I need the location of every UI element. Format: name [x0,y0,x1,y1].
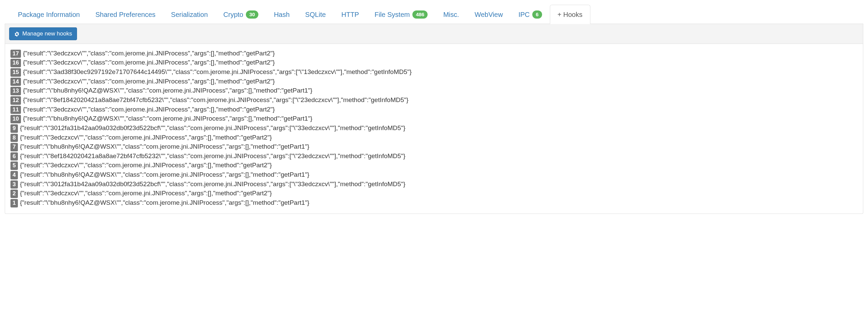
log-row-text: {"result":"\"8ef1842020421a8a8ae72bf47cf… [23,95,408,105]
log-row-text: {"result":"\"3edczxcv\"","class":"com.je… [23,49,275,58]
log-row-text: {"result":"\"bhu8nhy6!QAZ@WSX\"","class"… [20,170,309,179]
log-row: 15{"result":"\"3ad38f30ec9297192e7170764… [10,67,858,77]
tab-label: File System [375,10,410,19]
log-row-number: 6 [10,152,18,161]
log-row-text: {"result":"\"bhu8nhy6!QAZ@WSX\"","class"… [20,198,309,207]
log-row-number: 15 [10,68,21,77]
page-root: Package InformationShared PreferencesSer… [0,0,868,222]
log-row-number: 4 [10,171,18,179]
log-row-text: {"result":"\"3012fa31b42aa09a032db0f23d5… [20,123,405,133]
log-row-text: {"result":"\"8ef1842020421a8a8ae72bf47cf… [20,151,405,161]
log-row: 14{"result":"\"3edczxcv\"","class":"com.… [10,77,858,86]
log-row-number: 3 [10,180,18,189]
manage-hooks-label: Manage new hooks [22,30,72,38]
log-row-number: 16 [10,59,21,67]
log-row-number: 9 [10,124,18,133]
log-row: 9{"result":"\"3012fa31b42aa09a032db0f23d… [10,123,858,133]
tab-label: WebView [475,10,503,19]
log-row-text: {"result":"\"3edczxcv\"","class":"com.je… [23,105,275,114]
log-row: 8{"result":"\"3edczxcv\"","class":"com.j… [10,133,858,142]
tab-sqlite[interactable]: SQLite [298,5,334,24]
log-row-text: {"result":"\"3012fa31b42aa09a032db0f23d5… [20,179,405,189]
log-row: 17{"result":"\"3edczxcv\"","class":"com.… [10,49,858,58]
log-row-text: {"result":"\"3ad38f30ec9297192e71707644c… [23,67,412,77]
log-row-number: 5 [10,162,18,170]
tab-label: Crypto [223,10,243,19]
tab-file-system[interactable]: File System486 [367,5,436,24]
log-row: 5{"result":"\"3edczxcv\"","class":"com.j… [10,160,858,170]
log-row: 7{"result":"\"bhu8nhy6!QAZ@WSX\"","class… [10,142,858,151]
tab-bar: Package InformationShared PreferencesSer… [5,5,863,24]
log-row: 11{"result":"\"3edczxcv\"","class":"com.… [10,105,858,114]
tab-label: Serialization [171,10,208,19]
log-row-number: 7 [10,143,18,151]
tab-label: SQLite [305,10,326,19]
tab-label: Misc. [443,10,459,19]
log-row-text: {"result":"\"3edczxcv\"","class":"com.je… [20,160,272,170]
log-row-number: 13 [10,87,21,95]
manage-hooks-button[interactable]: Manage new hooks [9,27,77,40]
gear-icon [14,31,20,36]
log-row-text: {"result":"\"3edczxcv\"","class":"com.je… [23,58,275,67]
log-row-number: 17 [10,50,21,58]
tab-misc[interactable]: Misc. [435,5,467,24]
log-row: 16{"result":"\"3edczxcv\"","class":"com.… [10,58,858,67]
tab-label: HTTP [341,10,359,19]
tab-label: + Hooks [558,10,583,19]
tab-shared-preferences[interactable]: Shared Preferences [87,5,163,24]
tab-badge: 6 [532,10,542,19]
tab-serialization[interactable]: Serialization [163,5,215,24]
tab-badge: 30 [246,10,258,19]
log-row-text: {"result":"\"bhu8nhy6!QAZ@WSX\"","class"… [23,86,312,95]
log-row-number: 11 [10,106,21,114]
hooks-panel: Manage new hooks 17{"result":"\"3edczxcv… [5,24,863,214]
tab-badge: 486 [412,10,428,19]
log-row-text: {"result":"\"3edczxcv\"","class":"com.je… [20,189,272,198]
log-row: 2{"result":"\"3edczxcv\"","class":"com.j… [10,189,858,198]
log-row-number: 12 [10,96,21,105]
tab-crypto[interactable]: Crypto30 [215,5,266,24]
log-row-text: {"result":"\"bhu8nhy6!QAZ@WSX\"","class"… [23,114,312,123]
log-row-number: 1 [10,199,18,207]
tab-http[interactable]: HTTP [334,5,367,24]
tab-ipc[interactable]: IPC6 [511,5,550,24]
log-row: 10{"result":"\"bhu8nhy6!QAZ@WSX\"","clas… [10,114,858,123]
log-row-number: 10 [10,115,21,123]
tab-label: Hash [274,10,290,19]
tab-label: Package Information [18,10,80,19]
log-row: 1{"result":"\"bhu8nhy6!QAZ@WSX\"","class… [10,198,858,207]
panel-toolbar: Manage new hooks [5,24,863,44]
tab-webview[interactable]: WebView [467,5,511,24]
tab-label: Shared Preferences [95,10,155,19]
log-row: 13{"result":"\"bhu8nhy6!QAZ@WSX\"","clas… [10,86,858,95]
log-row: 12{"result":"\"8ef1842020421a8a8ae72bf47… [10,95,858,105]
log-row-number: 8 [10,134,18,142]
tab-label: IPC [518,10,530,19]
log-row: 3{"result":"\"3012fa31b42aa09a032db0f23d… [10,179,858,189]
log-row: 6{"result":"\"8ef1842020421a8a8ae72bf47c… [10,151,858,161]
log-row: 4{"result":"\"bhu8nhy6!QAZ@WSX\"","class… [10,170,858,179]
log-row-text: {"result":"\"3edczxcv\"","class":"com.je… [23,77,275,86]
hooks-log: 17{"result":"\"3edczxcv\"","class":"com.… [5,44,863,214]
log-row-number: 14 [10,78,21,86]
tab-hooks[interactable]: + Hooks [550,5,590,24]
tab-package-information[interactable]: Package Information [10,5,87,24]
tab-hash[interactable]: Hash [266,5,298,24]
log-row-text: {"result":"\"bhu8nhy6!QAZ@WSX\"","class"… [20,142,309,151]
log-row-text: {"result":"\"3edczxcv\"","class":"com.je… [20,133,272,142]
log-row-number: 2 [10,190,18,198]
